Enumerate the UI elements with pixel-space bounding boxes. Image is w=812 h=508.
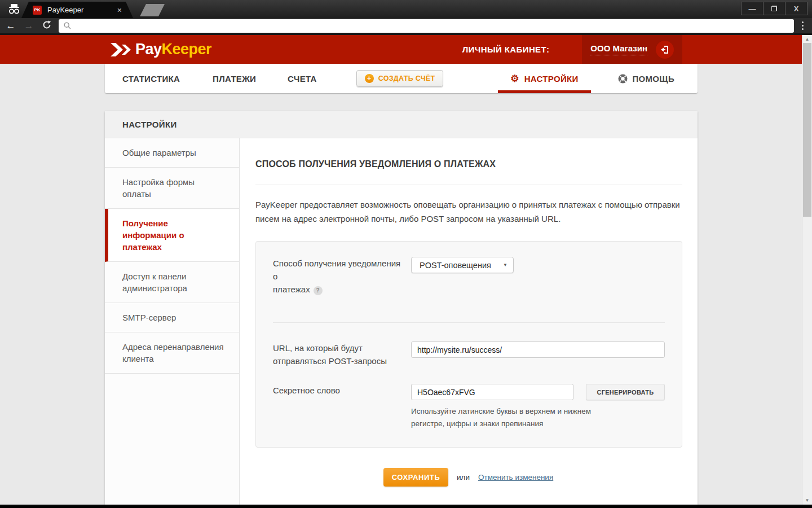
settings-panel-title: НАСТРОЙКИ <box>105 111 698 138</box>
form-divider <box>273 322 665 323</box>
sidebar-item-payment-form[interactable]: Настройка формы оплаты <box>105 168 239 209</box>
scrollbar-thumb[interactable] <box>803 43 811 217</box>
minimize-button[interactable]: — <box>741 2 764 15</box>
back-button[interactable]: ← <box>3 21 18 30</box>
nav-invoices[interactable]: СЧЕТА <box>288 74 317 84</box>
method-label: Способ получения уведомления о платежах? <box>273 257 411 296</box>
page-viewport: PayKeeper ЛИЧНЫЙ КАБИНЕТ: ООО Магазин С <box>0 35 812 505</box>
account-label: ЛИЧНЫЙ КАБИНЕТ: <box>462 45 550 54</box>
address-bar[interactable] <box>59 19 794 33</box>
page-title: СПОСОБ ПОЛУЧЕНИЯ УВЕДОМЛЕНИЯ О ПЛАТЕЖАХ <box>255 159 682 169</box>
secret-hint-text: Используйте латинские буквы в верхнем и … <box>411 405 665 430</box>
or-text: или <box>457 473 470 481</box>
sidebar-item-admin-access[interactable]: Доступ к панели администратора <box>105 262 239 303</box>
search-icon <box>64 22 71 29</box>
help-badge-icon[interactable]: ? <box>314 286 323 295</box>
browser-menu-icon[interactable] <box>802 21 804 30</box>
paykeeper-favicon: PK <box>33 6 42 15</box>
new-tab-button[interactable] <box>140 4 165 16</box>
method-dropdown[interactable]: POST-оповещения ▼ <box>411 257 514 273</box>
sidebar-item-general[interactable]: Общие параметры <box>105 138 239 168</box>
sidebar-item-smtp[interactable]: SMTP-сервер <box>105 303 239 332</box>
save-row: СОХРАНИТЬ или Отменить изменения <box>255 468 682 487</box>
secret-label: Секретное слово <box>273 384 411 397</box>
logo-chevrons-icon <box>111 42 133 57</box>
nav-help-label: ПОМОЩЬ <box>633 74 674 84</box>
nav-payments[interactable]: ПЛАТЕЖИ <box>213 74 256 84</box>
account-box: ООО Магазин <box>582 35 682 64</box>
generate-button[interactable]: СГЕНЕРИРОВАТЬ <box>586 384 665 400</box>
method-row: Способ получения уведомления о платежах?… <box>273 257 665 296</box>
page-scrollbar[interactable]: ▲ ▼ <box>802 35 812 505</box>
description-text: PayKeeper предоставляет возможность опов… <box>255 198 682 226</box>
settings-sidebar: Общие параметры Настройка формы оплаты П… <box>105 138 240 505</box>
site-header: PayKeeper ЛИЧНЫЙ КАБИНЕТ: ООО Магазин <box>0 35 802 64</box>
account-name-link[interactable]: ООО Магазин <box>590 43 647 55</box>
gear-icon: ⚙ <box>510 74 519 84</box>
browser-window: PK PayKeeper × — X ← → <box>0 0 812 506</box>
create-invoice-label: СОЗДАТЬ СЧЁТ <box>378 75 435 82</box>
scroll-down-icon[interactable]: ▼ <box>802 496 812 505</box>
scroll-up-icon[interactable]: ▲ <box>802 35 812 43</box>
divider <box>255 185 682 185</box>
browser-toolbar: ← → <box>0 18 812 35</box>
paykeeper-page: PayKeeper ЛИЧНЫЙ КАБИНЕТ: ООО Магазин С <box>0 35 802 505</box>
tab-title: PayKeeper <box>47 6 83 14</box>
nav-settings[interactable]: ⚙ НАСТРОЙКИ <box>498 64 590 93</box>
incognito-icon <box>7 4 21 16</box>
url-row: URL, на который будут отправляться POST-… <box>273 341 665 367</box>
plus-icon: + <box>365 74 374 83</box>
url-label: URL, на который будут отправляться POST-… <box>273 341 411 367</box>
nav-statistics[interactable]: СТАТИСТИКА <box>122 74 180 84</box>
browser-tab[interactable]: PK PayKeeper × <box>21 2 133 18</box>
notification-form: Способ получения уведомления о платежах?… <box>255 241 682 448</box>
logout-icon[interactable] <box>656 41 674 59</box>
forward-button[interactable]: → <box>21 21 36 30</box>
nav-settings-label: НАСТРОЙКИ <box>524 74 579 84</box>
secret-field-group: СГЕНЕРИРОВАТЬ Используйте латинские букв… <box>411 384 665 430</box>
url-input[interactable] <box>411 341 665 358</box>
close-window-button[interactable]: X <box>785 2 807 15</box>
tab-close-icon[interactable]: × <box>117 6 122 14</box>
address-input[interactable] <box>75 21 789 30</box>
window-controls: — X <box>742 2 807 15</box>
paykeeper-logo[interactable]: PayKeeper <box>111 41 211 58</box>
restore-icon <box>771 6 777 11</box>
tab-strip: PK PayKeeper × — X <box>0 0 812 18</box>
cancel-changes-link[interactable]: Отменить изменения <box>478 473 553 481</box>
sidebar-item-payment-info[interactable]: Получение информации о платежах <box>105 209 239 262</box>
main-nav: СТАТИСТИКА ПЛАТЕЖИ СЧЕТА + СОЗДАТЬ СЧЁТ … <box>105 64 698 93</box>
create-invoice-button[interactable]: + СОЗДАТЬ СЧЁТ <box>356 70 444 87</box>
logo-text: PayKeeper <box>135 41 211 58</box>
sidebar-item-redirect-urls[interactable]: Адреса перенаправления клиента <box>105 332 239 374</box>
secret-word-input[interactable] <box>411 384 573 400</box>
settings-panel: НАСТРОЙКИ Общие параметры Настройка форм… <box>105 111 698 505</box>
nav-help[interactable]: ПОМОЩЬ <box>618 74 674 84</box>
settings-content: СПОСОБ ПОЛУЧЕНИЯ УВЕДОМЛЕНИЯ О ПЛАТЕЖАХ … <box>240 138 698 505</box>
reload-button[interactable] <box>39 20 54 31</box>
save-button[interactable]: СОХРАНИТЬ <box>383 468 448 487</box>
window-bottom-edge <box>0 505 812 506</box>
help-icon <box>618 74 628 84</box>
method-dropdown-value: POST-оповещения <box>420 261 491 270</box>
secret-row: Секретное слово СГЕНЕРИРОВАТЬ Используйт… <box>273 384 665 430</box>
chevron-down-icon: ▼ <box>503 262 508 268</box>
restore-button[interactable] <box>763 2 785 15</box>
